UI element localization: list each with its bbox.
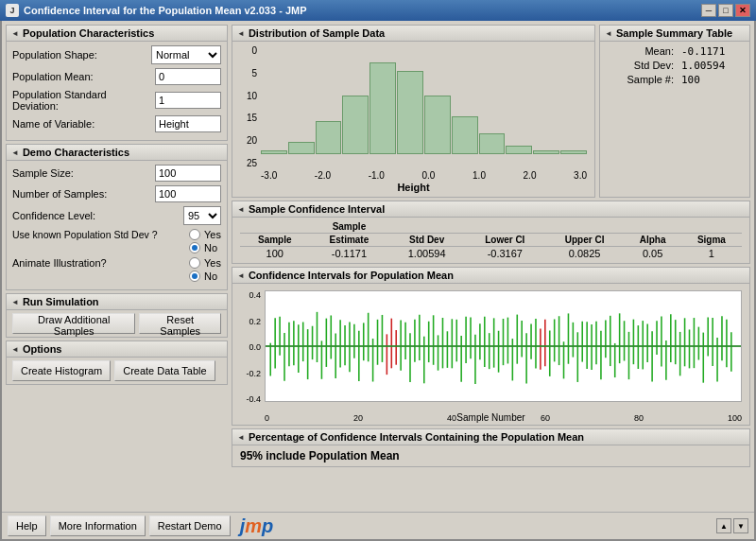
std-summary-value: 1.00594 [681,60,725,72]
num-samples-label: Number of Samples: [12,188,155,200]
app-icon: J [6,4,19,17]
run-body: Draw Additional Samples Reset Samples [7,310,227,337]
bar-9 [479,133,506,154]
var-row: Name of Variable: [12,115,221,132]
percentage-body: 95% include Population Mean [232,445,749,466]
bottom-bar: Help More Information Restart Demo jmp ▲… [2,512,754,539]
run-section: Run Simulation Draw Additional Samples R… [6,293,228,338]
restart-button[interactable]: Restart Demo [149,515,231,536]
col-estimate: Sample [310,220,389,234]
top-row: Distribution of Sample Data 25 20 15 10 … [232,25,750,198]
animate-row: Animate Illustration? Yes No [12,257,221,282]
col-header-upper: Upper CI [545,234,625,247]
create-table-button[interactable]: Create Data Table [114,360,215,381]
animate-no-radio[interactable] [189,270,200,282]
ci-plot-wrapper: 0.4 0.2 0.0 -0.2 -0.4 // This will be ge… [236,286,746,423]
help-button[interactable]: Help [8,515,46,536]
row-std: 1.00594 [388,247,465,261]
reset-samples-button[interactable]: Reset Samples [139,313,221,334]
sample-summary-label: Sample #: [608,74,674,86]
bar-3 [316,121,342,154]
summary-header: Sample Summary Table [600,26,749,42]
ci-plot-section: Confidence Intervals for Population Mean… [232,267,750,426]
maximize-button[interactable]: □ [718,4,733,17]
mean-label: Population Mean: [12,71,155,82]
distribution-section: Distribution of Sample Data 25 20 15 10 … [232,25,595,198]
std-summary-row: Std Dev: 1.00594 [608,60,742,72]
ci-x-title: Sample Number [456,412,524,423]
ci-data-row: 100 -0.1171 1.00594 -0.3167 0.0825 0.05 … [240,247,742,261]
minimize-button[interactable]: ─ [701,4,716,17]
ci-y-labels: 0.4 0.2 0.0 -0.2 -0.4 [236,290,263,404]
options-header: Options [7,341,227,358]
sample-size-input[interactable] [155,165,221,182]
window-title: Confidence Interval for the Population M… [24,5,307,16]
more-info-button[interactable]: More Information [50,515,146,536]
shape-select[interactable]: Normal Uniform Skewed [151,45,221,64]
num-samples-input[interactable] [155,185,221,202]
main-window: Population Characteristics Population Sh… [0,21,756,541]
animate-yes-radio[interactable] [189,257,200,269]
row-upper: 0.0825 [545,247,625,261]
sample-summary-value: 100 [681,74,700,86]
ci-table: Sample Sample Estimate [240,220,742,260]
col-std [388,220,465,234]
shape-row: Population Shape: Normal Uniform Skewed [12,45,221,64]
var-input[interactable] [155,115,221,132]
histogram-bars [261,50,587,154]
known-std-radio-group: Yes No [189,229,221,253]
ci-lines [270,312,731,384]
known-std-no-row[interactable]: No [189,242,221,253]
population-body: Population Shape: Normal Uniform Skewed … [7,42,227,140]
bar-4 [342,96,369,154]
mean-row: Population Mean: [12,68,221,85]
left-panel: Population Characteristics Population Sh… [6,25,228,508]
std-row: Population Standard Deviation: [12,89,221,112]
bar-7 [424,96,451,154]
ci-svg: // This will be generated inline [266,291,741,401]
known-std-no-radio[interactable] [189,242,200,253]
mean-summary-label: Mean: [608,45,674,58]
known-std-label: Use known Population Std Dev ? [12,229,189,240]
jmp-logo: jmp [240,516,274,535]
demo-body: Sample Size: Number of Samples: Confiden… [7,161,227,289]
known-std-yes-row[interactable]: Yes [189,229,221,240]
x-axis-labels: -3.0 -2.0 -1.0 0.0 1.0 2.0 3.0 [261,170,587,181]
scrollbar-area: ▲ ▼ [716,518,748,533]
bar-2 [288,142,315,154]
bar-5 [369,62,396,154]
bar-12 [560,150,587,154]
shape-label: Population Shape: [12,49,151,61]
animate-yes-row[interactable]: Yes [189,257,221,269]
animate-no-row[interactable]: No [189,270,221,282]
col-sample [240,220,310,234]
var-label: Name of Variable: [12,118,155,130]
known-std-row: Use known Population Std Dev ? Yes No [12,229,221,253]
draw-samples-button[interactable]: Draw Additional Samples [12,313,135,334]
mean-input[interactable] [155,68,221,85]
right-panel: Distribution of Sample Data 25 20 15 10 … [232,25,750,508]
x-axis-title: Height [240,182,587,193]
create-histogram-button[interactable]: Create Histogram [12,360,111,381]
animate-yes-label: Yes [204,257,221,269]
conf-level-select[interactable]: 959099 [183,206,221,225]
row-lower: -0.3167 [465,247,545,261]
sample-ci-header: Sample Confidence Interval [232,201,749,218]
scroll-up-btn[interactable]: ▲ [716,518,731,533]
known-std-no-label: No [204,242,217,253]
std-input[interactable] [155,92,221,109]
known-std-yes-radio[interactable] [189,229,200,240]
row-alpha: 0.05 [624,247,680,261]
col-alpha [624,220,680,234]
col-header-sample: Sample [240,234,310,247]
row-sample: 100 [240,247,310,261]
sample-ci-body: Sample Sample Estimate [232,218,749,263]
close-button[interactable]: ✕ [735,4,750,17]
std-summary-label: Std Dev: [608,60,674,72]
scroll-down-btn[interactable]: ▼ [733,518,748,533]
content-area: Population Characteristics Population Sh… [2,21,754,512]
col-header-sigma: Sigma [681,234,742,247]
known-std-yes-label: Yes [204,229,221,240]
bar-10 [506,146,532,154]
col-header-alpha: Alpha [624,234,680,247]
